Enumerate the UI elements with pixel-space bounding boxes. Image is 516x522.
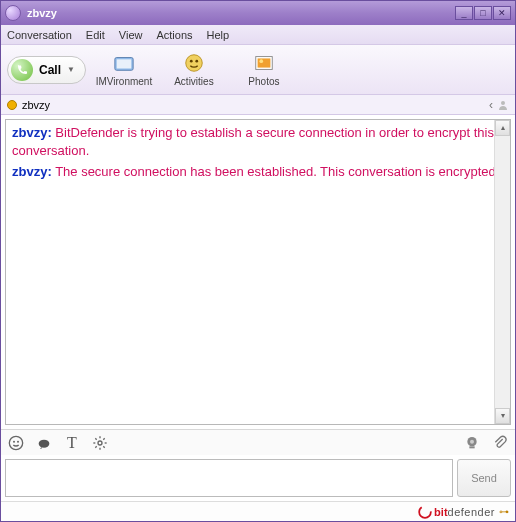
- activities-label: Activities: [174, 76, 213, 87]
- svg-line-19: [103, 446, 104, 447]
- call-label: Call: [39, 63, 61, 77]
- settings-gear-icon[interactable]: [91, 434, 109, 452]
- contact-name: zbvzy: [22, 99, 50, 111]
- svg-rect-6: [258, 58, 271, 67]
- message-body: The secure connection has been establish…: [55, 164, 499, 179]
- webcam-icon[interactable]: [463, 434, 481, 452]
- imvironment-label: IMVironment: [96, 76, 153, 87]
- svg-line-20: [95, 446, 96, 447]
- photos-button[interactable]: Photos: [232, 52, 296, 87]
- svg-line-21: [103, 438, 104, 439]
- send-button[interactable]: Send: [457, 459, 511, 497]
- chat-area[interactable]: zbvzy: BitDefender is trying to establis…: [5, 119, 511, 425]
- svg-rect-1: [117, 59, 132, 68]
- attach-icon[interactable]: [491, 434, 509, 452]
- activities-icon: [183, 52, 205, 74]
- menu-conversation[interactable]: Conversation: [7, 29, 72, 41]
- menubar: Conversation Edit View Actions Help: [1, 25, 515, 45]
- svg-point-23: [470, 439, 474, 443]
- key-icon: ⊶: [499, 506, 509, 517]
- menu-view[interactable]: View: [119, 29, 143, 41]
- photos-icon: [253, 52, 275, 74]
- maximize-button[interactable]: □: [474, 6, 492, 20]
- contact-bar: zbvzy ‹: [1, 95, 515, 115]
- svg-point-9: [9, 436, 22, 449]
- svg-point-8: [501, 101, 505, 105]
- brand-suffix: defender: [448, 506, 495, 518]
- imvironment-icon: [113, 52, 135, 74]
- scroll-up-icon[interactable]: ▴: [495, 120, 510, 136]
- toolbar: Call ▼ IMVironment Activities Photos: [1, 45, 515, 95]
- chat-message: zbvzy: The secure connection has been es…: [12, 163, 504, 181]
- svg-point-10: [13, 440, 15, 442]
- window-controls: _ □ ✕: [454, 6, 511, 20]
- activities-button[interactable]: Activities: [162, 52, 226, 87]
- scrollbar[interactable]: ▴ ▾: [494, 120, 510, 424]
- close-button[interactable]: ✕: [493, 6, 511, 20]
- menu-actions[interactable]: Actions: [156, 29, 192, 41]
- bitdefender-logo-icon: [418, 505, 432, 519]
- brand-prefix: bit: [434, 506, 447, 518]
- format-bar: T: [1, 429, 515, 455]
- app-window: zbvzy _ □ ✕ Conversation Edit View Actio…: [0, 0, 516, 522]
- titlebar[interactable]: zbvzy _ □ ✕: [1, 1, 515, 25]
- call-button[interactable]: Call ▼: [7, 56, 86, 84]
- svg-rect-24: [469, 446, 474, 448]
- chat-area-wrap: zbvzy: BitDefender is trying to establis…: [1, 115, 515, 429]
- status-away-icon: [7, 100, 17, 110]
- svg-line-18: [95, 438, 96, 439]
- menu-edit[interactable]: Edit: [86, 29, 105, 41]
- svg-point-25: [419, 506, 431, 518]
- imvironment-button[interactable]: IMVironment: [92, 52, 156, 87]
- scroll-down-icon[interactable]: ▾: [495, 408, 510, 424]
- svg-point-13: [98, 441, 102, 445]
- app-icon: [5, 5, 21, 21]
- chevron-left-icon[interactable]: ‹: [489, 98, 493, 112]
- brand-bar: bitdefender ⊶: [1, 501, 515, 521]
- photos-label: Photos: [248, 76, 279, 87]
- message-input[interactable]: [5, 459, 453, 497]
- chevron-down-icon: ▼: [67, 65, 75, 74]
- svg-point-12: [39, 439, 50, 447]
- emoticon-icon[interactable]: [7, 434, 25, 452]
- svg-point-7: [259, 59, 263, 63]
- svg-point-3: [190, 60, 193, 63]
- minimize-button[interactable]: _: [455, 6, 473, 20]
- message-sender: zbvzy:: [12, 164, 52, 179]
- buzz-icon[interactable]: [35, 434, 53, 452]
- compose-row: Send: [1, 455, 515, 501]
- svg-point-11: [17, 440, 19, 442]
- svg-point-4: [195, 60, 198, 63]
- person-icon[interactable]: [497, 99, 509, 111]
- svg-point-2: [186, 55, 203, 72]
- message-sender: zbvzy:: [12, 125, 52, 140]
- chat-message: zbvzy: BitDefender is trying to establis…: [12, 124, 504, 159]
- menu-help[interactable]: Help: [207, 29, 230, 41]
- window-title: zbvzy: [27, 7, 454, 19]
- text-format-icon[interactable]: T: [63, 434, 81, 452]
- message-body: BitDefender is trying to establish a sec…: [12, 125, 494, 158]
- phone-icon: [11, 59, 33, 81]
